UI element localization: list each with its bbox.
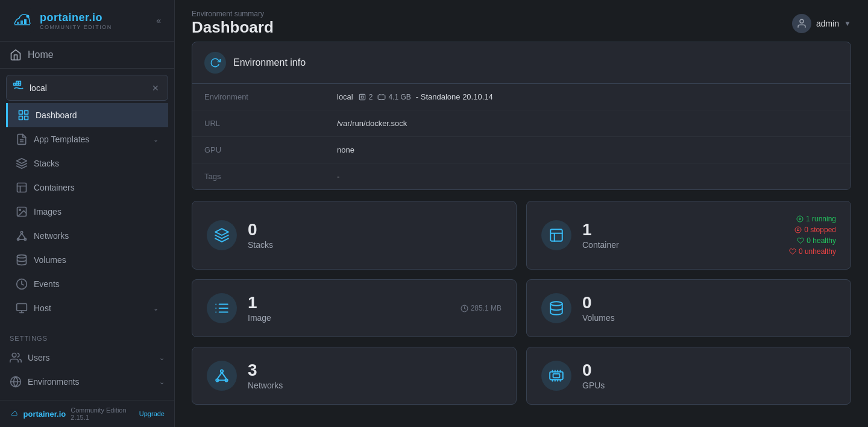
env-local-name: local (337, 92, 353, 101)
volumes-count: 0 (582, 294, 615, 312)
unhealthy-count: 0 unhealthy (799, 247, 836, 256)
user-avatar (792, 14, 811, 33)
close-environment-button[interactable]: ✕ (149, 82, 162, 94)
images-card[interactable]: 1 Image 285.1 MB (192, 279, 517, 337)
svg-point-19 (17, 255, 27, 258)
volumes-icon (16, 254, 28, 266)
gpus-icon-wrap (541, 361, 571, 391)
svg-rect-4 (25, 111, 28, 115)
volumes-card-icon (549, 300, 564, 316)
gpus-card-icon (549, 368, 564, 384)
stacks-card-icon (214, 227, 230, 243)
memory-icon (377, 93, 386, 101)
networks-icon (16, 230, 28, 242)
sidebar-item-networks[interactable]: Networks (6, 224, 168, 248)
upgrade-button[interactable]: Upgrade (139, 410, 165, 417)
user-menu[interactable]: admin ▼ (792, 14, 851, 33)
image-size: 285.1 MB (461, 304, 502, 312)
sidebar-item-label: Events (34, 279, 60, 289)
sidebar-item-app-templates[interactable]: App Templates ⌄ (6, 127, 168, 151)
images-icon (16, 206, 28, 218)
stacks-info: 0 Stacks (248, 221, 273, 250)
chevron-down-icon: ⌄ (159, 378, 165, 386)
volumes-card[interactable]: 0 Volumes (526, 279, 851, 337)
sidebar-item-label: Stacks (34, 159, 59, 168)
volumes-label: Volumes (582, 313, 615, 323)
clock-icon (461, 305, 468, 312)
heart-icon (797, 237, 804, 244)
home-nav-item[interactable]: Home (0, 42, 174, 69)
chevron-down-icon: ⌄ (153, 305, 159, 312)
containers-card[interactable]: 1 Container 1 running 0 stopped 0 health… (526, 201, 851, 270)
collapse-sidebar-button[interactable]: « (153, 13, 165, 28)
app-templates-icon (16, 133, 28, 145)
dashboard-icon (17, 109, 30, 121)
svg-line-49 (222, 373, 227, 379)
stacks-icon-wrap (207, 220, 237, 250)
networks-count: 3 (248, 361, 283, 380)
sidebar-item-environments[interactable]: Environments ⌄ (0, 370, 174, 394)
svg-rect-29 (359, 94, 365, 100)
svg-point-35 (795, 227, 801, 233)
sidebar-item-label: Images (34, 207, 61, 217)
stopped-count: 0 stopped (804, 226, 836, 234)
docker-whale-icon (13, 80, 25, 92)
sidebar-header: portainer.io COMMUNITY EDITION « (0, 0, 174, 42)
environment-name: local (30, 83, 47, 93)
stacks-card[interactable]: 0 Stacks (192, 201, 517, 270)
networks-card[interactable]: 3 Networks (192, 347, 517, 405)
containers-label: Container (582, 240, 619, 250)
sidebar-item-label: Dashboard (36, 110, 77, 120)
environment-box: local ✕ (6, 75, 168, 101)
main-content: Environment summary Dashboard admin ▼ (175, 0, 868, 427)
svg-line-48 (217, 373, 222, 379)
images-label: Image (248, 313, 271, 323)
env-info-row-url: URL /var/run/docker.sock (192, 110, 851, 137)
dashboard-grid: 0 Stacks 1 Container (192, 201, 851, 405)
sidebar-item-volumes[interactable]: Volumes (6, 248, 168, 272)
sidebar-item-host[interactable]: Host ⌄ (6, 296, 168, 320)
sidebar-item-images[interactable]: Images (6, 200, 168, 224)
svg-point-34 (797, 216, 803, 222)
volumes-icon-wrap (541, 293, 571, 323)
env-info-value-gpu: none (337, 145, 354, 154)
sidebar-item-containers[interactable]: Containers (6, 176, 168, 200)
unhealthy-status: 0 unhealthy (789, 247, 836, 256)
env-info-row-gpu: GPU none (192, 137, 851, 163)
cpu-badge: 2 (358, 93, 373, 101)
images-count: 1 (248, 294, 271, 312)
svg-rect-52 (553, 374, 560, 378)
sidebar-item-label: Containers (34, 183, 75, 192)
gpus-label: GPUs (582, 381, 605, 390)
env-info-label: Environment (204, 92, 337, 101)
svg-point-12 (19, 209, 20, 211)
home-icon (10, 49, 22, 61)
svg-rect-36 (797, 229, 799, 231)
sidebar-item-dashboard[interactable]: Dashboard (6, 103, 168, 127)
chevron-down-icon: ⌄ (153, 136, 159, 144)
sidebar-footer: portainer.io Community Edition 2.15.1 Up… (0, 400, 174, 427)
footer-brand-name: portainer.io (24, 410, 66, 419)
environment-section: local ✕ Dashboard App Templates ⌄ Stacks… (0, 69, 174, 326)
footer-portainer-icon (10, 408, 19, 419)
svg-rect-3 (19, 111, 23, 115)
sidebar-item-users[interactable]: Users ⌄ (0, 346, 174, 370)
stacks-label: Stacks (248, 240, 273, 250)
sidebar-item-stacks[interactable]: Stacks (6, 151, 168, 176)
env-info-title: Environment info (233, 57, 306, 68)
sidebar-item-label: Volumes (34, 255, 66, 265)
env-info-value: local 2 4.1 GB - Standalone 20.10.14 (337, 92, 493, 101)
user-chevron-icon: ▼ (844, 19, 851, 28)
svg-rect-31 (379, 95, 386, 99)
gpus-count: 0 (582, 361, 605, 380)
stacks-count: 0 (248, 221, 273, 239)
footer-version: Community Edition 2.15.1 (71, 406, 132, 421)
sidebar-item-label: App Templates (34, 134, 89, 144)
page-title: Dashboard (192, 18, 274, 37)
gpus-card[interactable]: 0 GPUs (526, 347, 851, 405)
containers-icon (16, 182, 28, 194)
env-type: - Standalone 20.10.14 (416, 92, 493, 101)
portainer-logo-icon (10, 8, 34, 33)
env-info-value-url: /var/run/docker.sock (337, 119, 407, 128)
sidebar-item-events[interactable]: Events (6, 272, 168, 296)
